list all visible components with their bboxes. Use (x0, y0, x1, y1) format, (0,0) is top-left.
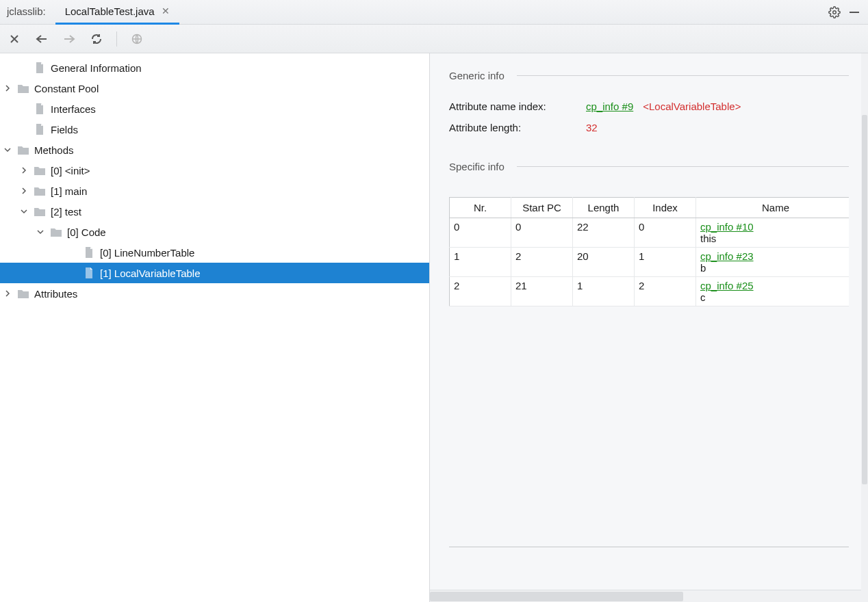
vertical-scrollbar[interactable] (861, 53, 868, 602)
separator (116, 31, 117, 47)
table-cell: 2 (511, 248, 573, 277)
section-header-generic: Generic info (449, 70, 849, 81)
folder-icon (16, 83, 30, 93)
table-cell: 20 (573, 248, 635, 277)
table-row[interactable]: 00220cp_info #10this (450, 218, 850, 248)
tree-label: Interfaces (51, 103, 96, 115)
column-header[interactable]: Start PC (511, 198, 573, 218)
name-cell: cp_info #25c (696, 277, 850, 306)
file-icon (33, 62, 47, 73)
variable-name: b (700, 262, 849, 274)
column-header[interactable]: Index (635, 198, 696, 218)
tree-row[interactable]: Fields (0, 119, 429, 140)
name-cell: cp_info #10this (696, 218, 850, 248)
file-icon (33, 103, 47, 114)
attr-name-index-desc: <LocalVariableTable> (643, 101, 741, 112)
table-cell: 0 (511, 218, 573, 248)
table-cell: 1 (573, 277, 635, 306)
tree-label: Fields (51, 124, 78, 135)
tab-label: LocalTableTest.java (65, 5, 155, 17)
table-cell: 1 (450, 248, 511, 277)
tree-row[interactable]: [0] LineNumberTable (0, 242, 429, 263)
tree-label: [0] LineNumberTable (100, 247, 194, 259)
chevron-right-icon[interactable] (4, 85, 16, 92)
local-variable-table: Nr.Start PCLengthIndexName 00220cp_info … (449, 197, 849, 306)
chevron-down-icon[interactable] (4, 146, 16, 153)
tree-label: [1] main (51, 185, 87, 197)
minimize-icon[interactable] (849, 7, 860, 18)
tree-row[interactable]: [1] LocalVariableTable (0, 263, 429, 283)
cp-info-link[interactable]: cp_info #10 (700, 221, 754, 233)
tree-row[interactable]: [0] <init> (0, 160, 429, 181)
toolbar (0, 25, 868, 53)
folder-icon (49, 227, 63, 237)
tree-label: Attributes (34, 288, 77, 300)
attr-name-index-link[interactable]: cp_info #9 (586, 101, 633, 112)
gear-icon[interactable] (828, 6, 841, 18)
column-header[interactable]: Length (573, 198, 635, 218)
forward-button[interactable] (62, 31, 77, 47)
tree-label: [0] <init> (51, 165, 90, 176)
section-header-specific: Specific info (449, 161, 849, 172)
attr-length-label: Attribute length: (449, 122, 586, 133)
chevron-right-icon[interactable] (21, 167, 33, 174)
tree-label: [1] LocalVariableTable (100, 267, 200, 279)
cp-info-link[interactable]: cp_info #23 (700, 250, 754, 262)
table-cell: 21 (511, 277, 573, 306)
tree-label: Constant Pool (34, 83, 99, 94)
app-name-label: jclasslib: (0, 0, 55, 24)
tab-bar: jclasslib: LocalTableTest.java ✕ (0, 0, 868, 25)
column-header[interactable]: Name (696, 198, 850, 218)
tree-label: [0] Code (67, 226, 106, 238)
tree-row[interactable]: [0] Code (0, 222, 429, 242)
tree-row[interactable]: Interfaces (0, 99, 429, 119)
table-cell: 2 (450, 277, 511, 306)
folder-icon (16, 289, 30, 298)
tree-row[interactable]: Constant Pool (0, 78, 429, 99)
table-cell: 0 (635, 218, 696, 248)
tree-pane: General InformationConstant PoolInterfac… (0, 53, 430, 602)
table-row[interactable]: 12201cp_info #23b (450, 248, 850, 277)
chevron-right-icon[interactable] (4, 290, 16, 297)
detail-pane: Generic info Attribute name index: cp_in… (430, 53, 868, 602)
file-icon (33, 124, 47, 135)
close-icon[interactable]: ✕ (162, 5, 170, 16)
tab-active[interactable]: LocalTableTest.java ✕ (55, 0, 179, 24)
file-icon (82, 267, 96, 278)
table-cell: 1 (635, 248, 696, 277)
folder-icon (33, 207, 47, 216)
horizontal-scrollbar[interactable] (430, 590, 868, 602)
folder-icon (33, 166, 47, 175)
svg-point-0 (833, 10, 837, 14)
tree-label: Methods (34, 144, 74, 156)
close-button[interactable] (7, 31, 22, 47)
folder-icon (16, 145, 30, 155)
table-cell: 0 (450, 218, 511, 248)
tree-row[interactable]: [2] test (0, 201, 429, 222)
cp-info-link[interactable]: cp_info #25 (700, 280, 754, 291)
name-cell: cp_info #23b (696, 248, 850, 277)
globe-button[interactable] (129, 31, 144, 47)
table-cell: 2 (635, 277, 696, 306)
refresh-button[interactable] (89, 31, 104, 47)
table-row[interactable]: 22112cp_info #25c (450, 277, 850, 306)
attr-length-value: 32 (586, 122, 598, 133)
table-cell: 22 (573, 218, 635, 248)
svg-rect-1 (850, 12, 859, 13)
variable-name: c (700, 291, 849, 303)
back-button[interactable] (34, 31, 49, 47)
attr-name-index-label: Attribute name index: (449, 101, 586, 112)
tree-row[interactable]: Attributes (0, 283, 429, 304)
tree-row[interactable]: [1] main (0, 181, 429, 201)
tree-label: [2] test (51, 206, 81, 218)
chevron-down-icon[interactable] (37, 228, 49, 235)
chevron-right-icon[interactable] (21, 187, 33, 194)
variable-name: this (700, 233, 849, 244)
chevron-down-icon[interactable] (21, 208, 33, 215)
column-header[interactable]: Nr. (450, 198, 511, 218)
folder-icon (33, 186, 47, 196)
tree-label: General Information (51, 62, 142, 74)
file-icon (82, 247, 96, 258)
tree-row[interactable]: General Information (0, 57, 429, 78)
tree-row[interactable]: Methods (0, 140, 429, 160)
